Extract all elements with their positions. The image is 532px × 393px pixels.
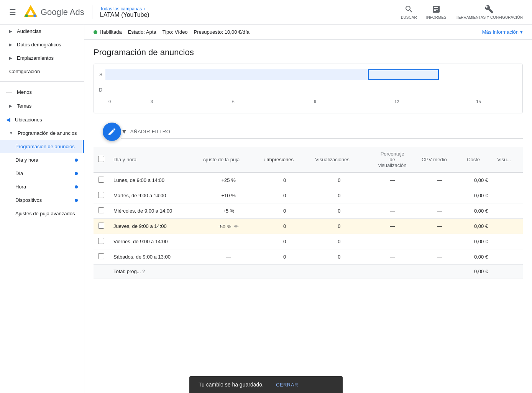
tools-button[interactable]: HERRAMIENTAS Y CONFIGURACIÓN — [452, 2, 526, 23]
sidebar-item-emplazamientos[interactable]: ▶ Emplazamientos — [0, 51, 84, 65]
sidebar-item-dia-y-hora[interactable]: Día y hora — [0, 153, 84, 167]
row-checkbox-cell[interactable] — [94, 249, 109, 265]
sidebar-item-hora[interactable]: Hora — [0, 180, 84, 193]
cell-dia: Martes, de 9:00 a 14:00 — [109, 188, 198, 203]
expand-icon: ▶ — [9, 43, 12, 47]
sidebar-item-datos-demograficos[interactable]: ▶ Datos demográficos — [0, 38, 84, 51]
chart-label-d: D — [94, 87, 105, 93]
th-porcentaje[interactable]: Porcentajedevisualización — [368, 147, 417, 172]
cell-cpv: — — [417, 188, 462, 203]
th-ajuste[interactable]: Ajuste de la puja — [198, 147, 259, 172]
cell-visu2 — [493, 249, 523, 265]
row-checkbox[interactable] — [98, 223, 104, 229]
cell-cpv: — — [417, 234, 462, 249]
add-filter-button[interactable]: AÑADIR FILTRO — [130, 129, 171, 134]
cell-visu2 — [493, 234, 523, 249]
select-all-checkbox[interactable] — [98, 156, 104, 162]
th-visualizaciones[interactable]: Visualizaciones — [310, 147, 368, 172]
chart-row-d: D — [94, 82, 522, 98]
cell-ajuste: +10 % — [198, 188, 259, 203]
sidebar-item-menos[interactable]: — Menos — [0, 85, 84, 99]
cell-coste: 0,00 € — [462, 234, 493, 249]
google-ads-logo-icon — [24, 5, 38, 19]
row-checkbox[interactable] — [98, 192, 104, 198]
cell-total-visualizaciones — [310, 265, 368, 278]
sidebar-item-ubicaciones[interactable]: ◀ Ubicaciones — [0, 113, 84, 126]
cell-total-visu2 — [493, 265, 523, 278]
cell-total-ajuste — [198, 265, 259, 278]
row-checkbox[interactable] — [98, 177, 104, 183]
filter-icon: ▼ — [121, 128, 127, 135]
row-checkbox-cell[interactable] — [94, 203, 109, 219]
sidebar-item-audiencias[interactable]: ▶ Audiencias — [0, 25, 84, 38]
expand-icon: ▶ — [9, 29, 12, 33]
reports-label: INFORMES — [426, 15, 447, 20]
row-checkbox[interactable] — [98, 253, 104, 259]
sidebar-item-dispositivos[interactable]: Dispositivos — [0, 193, 84, 207]
sidebar-label: Dispositivos — [15, 197, 42, 203]
active-dot — [75, 185, 78, 188]
hamburger-menu[interactable]: ☰ — [6, 5, 19, 20]
brand-name: Google Ads — [41, 7, 84, 17]
row-checkbox-cell[interactable] — [94, 172, 109, 188]
sidebar-item-temas[interactable]: ▶ Temas — [0, 99, 84, 113]
cell-dia: Miércoles, de 9:00 a 14:00 — [109, 203, 198, 219]
pencil-icon — [107, 127, 117, 136]
sidebar-label: Programación de anuncios — [18, 130, 77, 136]
sidebar-item-dia[interactable]: Día — [0, 167, 84, 180]
cell-visualizaciones: 0 — [310, 203, 368, 219]
cell-coste: 0,00 € — [462, 172, 493, 188]
cell-cpv: — — [417, 172, 462, 188]
cell-visualizaciones: 0 — [310, 188, 368, 203]
sidebar: ▶ Audiencias ▶ Datos demográficos ▶ Empl… — [0, 25, 84, 393]
cell-visu2 — [493, 188, 523, 203]
cell-ajuste: -50 % ✏ — [198, 219, 259, 234]
total-info-icon[interactable]: ? — [142, 269, 145, 274]
th-dia-hora[interactable]: Día y hora — [109, 147, 198, 172]
breadcrumb-current: LATAM (YouTube) — [100, 11, 149, 18]
cell-coste: 0,00 € — [462, 203, 493, 219]
row-checkbox[interactable] — [98, 238, 104, 244]
tipo-item: Tipo: Vídeo — [163, 29, 188, 35]
top-navigation: ☰ Google Ads Todas las campañas › LATAM … — [0, 0, 532, 25]
cell-impresiones: 0 — [259, 172, 310, 188]
th-cpv[interactable]: CPV medio — [417, 147, 462, 172]
cell-coste: 0,00 € — [462, 249, 493, 265]
reports-button[interactable]: INFORMES — [423, 2, 450, 23]
sidebar-label: Día — [15, 170, 23, 176]
svg-point-2 — [25, 14, 28, 17]
table-row: Lunes, de 9:00 a 14:00 +25 % 0 0 — — 0,0… — [94, 172, 523, 188]
sidebar-item-configuracion[interactable]: Configuración — [0, 65, 84, 78]
row-checkbox[interactable] — [98, 207, 104, 213]
table-body: Lunes, de 9:00 a 14:00 +25 % 0 0 — — 0,0… — [94, 172, 523, 278]
more-info-button[interactable]: Más información ▾ — [482, 29, 523, 35]
cell-visualizaciones: 0 — [310, 172, 368, 188]
cell-visu2 — [493, 172, 523, 188]
cell-ajuste: +5 % — [198, 203, 259, 219]
breadcrumb-parent[interactable]: Todas las campañas › — [100, 6, 149, 11]
chart-bar-fill — [105, 69, 368, 80]
edit-fab-button[interactable] — [103, 123, 121, 141]
sidebar-item-programacion-sub[interactable]: Programación de anuncios — [0, 140, 84, 153]
cell-total-coste: 0,00 € — [462, 265, 493, 278]
edit-pencil-icon[interactable]: ✏ — [234, 223, 239, 229]
search-button[interactable]: BUSCAR — [398, 2, 420, 23]
th-visu2[interactable]: Visu... — [493, 147, 523, 172]
row-checkbox-cell[interactable] — [94, 188, 109, 203]
brand-logo: Google Ads — [24, 5, 84, 19]
campaign-status: Habilitada — [94, 29, 122, 35]
sidebar-label: Hora — [15, 184, 26, 190]
th-impresiones[interactable]: ↓Impresiones — [259, 147, 310, 172]
page-content: Programación de anuncios S D — [84, 40, 532, 288]
cell-visualizaciones: 0 — [310, 249, 368, 265]
row-checkbox-cell[interactable] — [94, 234, 109, 249]
schedule-table: Día y hora Ajuste de la puja ↓Impresione… — [94, 147, 523, 278]
snackbar-close-button[interactable]: CERRAR — [276, 382, 298, 388]
th-select-all[interactable] — [94, 147, 109, 172]
row-checkbox-cell[interactable] — [94, 219, 109, 234]
th-coste[interactable]: Coste — [462, 147, 493, 172]
chart-row-s: S — [94, 67, 522, 82]
svg-point-4 — [29, 7, 32, 9]
sidebar-item-programacion[interactable]: ▼ Programación de anuncios — [0, 126, 84, 140]
sidebar-item-ajustes-puja[interactable]: Ajustes de puja avanzados — [0, 207, 84, 220]
